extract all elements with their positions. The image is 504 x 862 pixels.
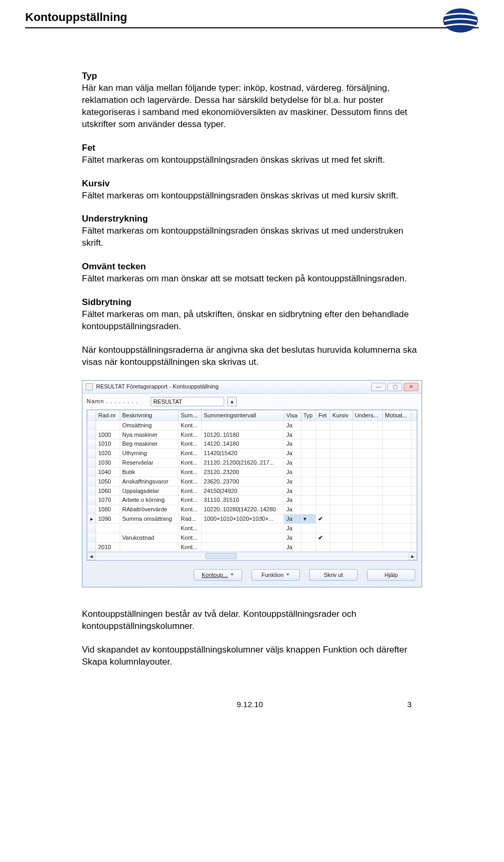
cell[interactable] [352,523,383,533]
cell[interactable]: 11420|15420 [202,449,284,458]
row-marker[interactable]: ▸ [88,514,96,524]
cell[interactable] [352,477,383,486]
cell[interactable]: 1010 [96,439,120,449]
cell[interactable] [330,467,352,477]
cell[interactable]: Varukostnad [120,533,178,542]
cell[interactable] [330,430,352,439]
cell[interactable]: Arbete o körning [120,496,178,505]
cell[interactable]: 1000+1010+1020+1030+... [202,514,284,524]
cell[interactable]: 10120..10180 [202,430,284,439]
row-marker[interactable] [88,430,96,439]
cell[interactable] [412,477,417,486]
cell[interactable] [383,439,412,449]
cell[interactable] [120,523,178,533]
cell[interactable]: Ja [284,477,301,486]
cell[interactable] [96,533,120,542]
table-row[interactable]: 1060UppslagsdelarKont...24150|24920Ja [88,486,417,496]
cell[interactable]: Kont... [178,467,202,477]
cell[interactable] [330,505,352,514]
cell[interactable] [120,542,178,552]
table-row[interactable]: ▸1090Summa omsättningRad...1000+1010+102… [88,514,417,524]
cell[interactable] [330,458,352,468]
cell[interactable] [412,533,417,542]
row-marker[interactable] [88,467,96,477]
cell[interactable]: 23620..23700 [202,477,284,486]
cell[interactable] [412,421,417,430]
table-row[interactable]: Kont...Ja [88,523,417,533]
cell[interactable]: Butik [120,467,178,477]
cell[interactable]: Ja [284,523,301,533]
cell[interactable] [352,421,383,430]
cell[interactable] [202,523,284,533]
cell[interactable] [383,542,412,552]
cell[interactable] [202,533,284,542]
cell[interactable] [316,439,330,449]
cell[interactable] [316,486,330,496]
cell[interactable]: 1020 [96,449,120,458]
cell[interactable]: Ja [284,430,301,439]
cell[interactable] [330,477,352,486]
cell[interactable] [301,486,316,496]
cell[interactable] [383,514,412,524]
cell[interactable] [316,523,330,533]
cell[interactable]: Kont... [178,430,202,439]
data-grid[interactable]: Rad-nrBeskrivningSum...Summeringsinterva… [87,410,417,552]
cell[interactable] [316,505,330,514]
cell[interactable] [383,477,412,486]
kontoup-button[interactable]: Kontoup...▼ [194,569,242,581]
cell[interactable]: 14120..14180 [202,439,284,449]
cell[interactable] [316,449,330,458]
cell[interactable]: Kont... [178,542,202,552]
cell[interactable] [352,542,383,552]
cell[interactable] [301,477,316,486]
cell[interactable]: Kont... [178,421,202,430]
cell[interactable] [383,430,412,439]
cell[interactable] [412,449,417,458]
table-row[interactable]: 1030ReservdelarKont...21120..21200|21620… [88,458,417,468]
cell[interactable]: Rad... [178,514,202,524]
cell[interactable] [316,477,330,486]
cell[interactable] [330,486,352,496]
cell[interactable]: Ja [284,542,301,552]
cell[interactable]: 31110..31510 [202,496,284,505]
cell[interactable]: RAbatt/övervärde [120,505,178,514]
row-marker[interactable] [88,477,96,486]
column-header[interactable]: Rad-nr [96,410,120,421]
cell[interactable]: 10220..10280|14220..14280 [202,505,284,514]
cell[interactable] [301,467,316,477]
cell[interactable] [352,467,383,477]
cell[interactable]: ✔ [316,533,330,542]
cell[interactable] [330,496,352,505]
cell[interactable] [301,533,316,542]
cell[interactable] [316,430,330,439]
cell[interactable] [301,439,316,449]
name-input[interactable] [151,397,224,406]
column-header[interactable]: Sum... [178,410,202,421]
cell[interactable]: ✔ [316,514,330,524]
cell[interactable] [412,458,417,468]
cell[interactable] [96,421,120,430]
cell[interactable] [316,467,330,477]
cell[interactable] [383,421,412,430]
minimize-button[interactable]: — [371,383,386,391]
lookup-button[interactable]: ▲ [227,397,237,406]
cell[interactable]: Nya maskiner [120,430,178,439]
cell[interactable] [316,458,330,468]
cell[interactable] [352,449,383,458]
skrivut-button[interactable]: Skriv ut [309,569,358,581]
cell[interactable]: Kont... [178,486,202,496]
cell[interactable] [301,449,316,458]
cell[interactable] [352,496,383,505]
cell[interactable]: Ja [284,467,301,477]
cell[interactable] [352,514,383,524]
cell[interactable] [316,542,330,552]
cell[interactable]: Kont... [178,439,202,449]
cell[interactable] [412,496,417,505]
cell[interactable]: ▾ [301,514,316,524]
row-marker[interactable] [88,523,96,533]
cell[interactable] [330,439,352,449]
cell[interactable] [383,467,412,477]
maximize-button[interactable]: ▢ [387,383,402,391]
cell[interactable] [383,533,412,542]
cell[interactable]: 1040 [96,467,120,477]
